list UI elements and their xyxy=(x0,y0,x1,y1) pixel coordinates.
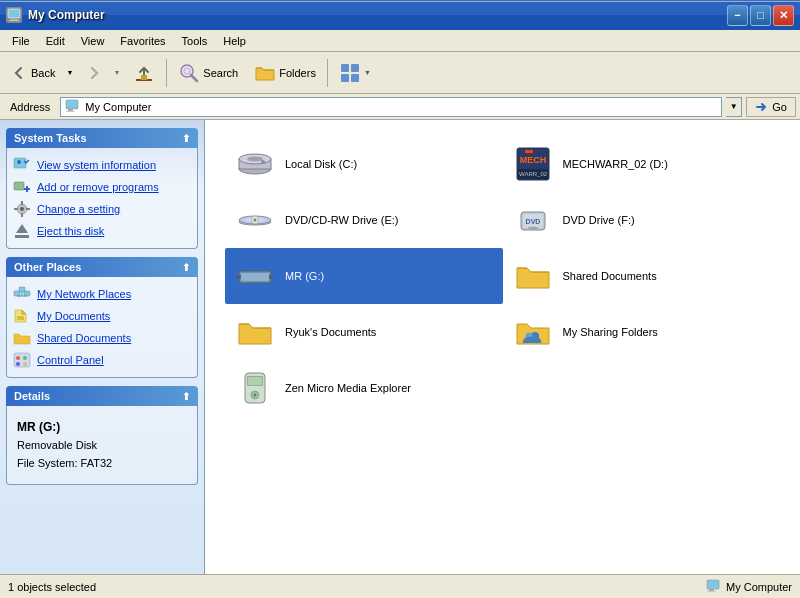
menubar: FileEditViewFavoritesToolsHelp xyxy=(0,30,800,52)
menu-item-help[interactable]: Help xyxy=(215,33,254,49)
details-name: MR (G:) xyxy=(17,418,187,437)
statusbar: 1 objects selected My Computer xyxy=(0,574,800,598)
usb-icon xyxy=(235,256,275,296)
forward-group: ▼ xyxy=(79,56,124,90)
file-item-my-sharing-folders[interactable]: My Sharing Folders xyxy=(503,304,781,360)
svg-point-43 xyxy=(261,160,265,164)
back-button[interactable]: Back xyxy=(4,56,62,90)
sidebar-item-my-network-places[interactable]: My Network Places xyxy=(11,283,193,305)
address-value: My Computer xyxy=(85,101,151,113)
file-label-ryuks-docs: Ryuk's Documents xyxy=(285,326,376,338)
svg-rect-10 xyxy=(341,74,349,82)
file-item-zen-media[interactable]: Zen Micro Media Explorer xyxy=(225,360,503,416)
other-places-collapse[interactable]: ⬆ xyxy=(182,262,190,273)
sidebar-item-change-setting[interactable]: Change a setting xyxy=(11,198,193,220)
titlebar-left: My Computer xyxy=(6,7,105,23)
menu-item-tools[interactable]: Tools xyxy=(174,33,216,49)
file-item-dvd-f[interactable]: DVD DVD Drive (F:) xyxy=(503,192,781,248)
svg-rect-61 xyxy=(269,275,273,279)
toolbar: Back ▼ ▼ xyxy=(0,52,800,94)
separator-2 xyxy=(327,59,328,87)
statusbar-right: My Computer xyxy=(706,579,792,595)
svg-rect-12 xyxy=(66,100,78,109)
menu-item-file[interactable]: File xyxy=(4,33,38,49)
sidebar-item-my-documents[interactable]: My Documents xyxy=(11,305,193,327)
svg-rect-0 xyxy=(8,9,20,18)
views-icon xyxy=(339,62,361,84)
cdrw-icon xyxy=(235,200,275,240)
file-item-local-disk-c[interactable]: Local Disk (C:) xyxy=(225,136,503,192)
details-section: Details ⬆ MR (G:) Removable Disk File Sy… xyxy=(6,386,198,485)
folders-button[interactable]: Folders xyxy=(247,56,323,90)
svg-point-38 xyxy=(23,362,27,366)
close-button[interactable]: ✕ xyxy=(773,5,794,26)
menu-item-edit[interactable]: Edit xyxy=(38,33,73,49)
svg-rect-22 xyxy=(21,201,23,205)
svg-point-21 xyxy=(20,207,24,211)
statusbar-right-text: My Computer xyxy=(726,581,792,593)
svg-rect-60 xyxy=(237,275,241,279)
address-computer-icon xyxy=(65,99,81,115)
statusbar-computer-icon xyxy=(706,579,722,595)
system-tasks-collapse[interactable]: ⬆ xyxy=(182,133,190,144)
sidebar-item-eject-disk[interactable]: Eject this disk xyxy=(11,220,193,242)
search-button[interactable]: Search xyxy=(171,56,245,90)
maximize-button[interactable]: □ xyxy=(750,5,771,26)
file-label-local-disk-c: Local Disk (C:) xyxy=(285,158,357,170)
go-button[interactable]: Go xyxy=(746,97,796,117)
svg-rect-49 xyxy=(525,150,533,153)
svg-point-42 xyxy=(247,157,263,162)
sidebar-item-shared-documents[interactable]: Shared Documents xyxy=(11,327,193,349)
folders-icon xyxy=(254,62,276,84)
file-label-my-sharing-folders: My Sharing Folders xyxy=(563,326,658,338)
file-item-mechwarr-d[interactable]: MECH WARR_02 MECHWARR_02 (D:) xyxy=(503,136,781,192)
system-tasks-content: View system information Add or remove pr… xyxy=(6,148,198,249)
svg-text:DVD: DVD xyxy=(525,218,540,225)
folder-sharing-icon xyxy=(513,312,553,352)
file-item-dvdcdrw-e[interactable]: DVD/CD-RW Drive (E:) xyxy=(225,192,503,248)
back-dropdown[interactable]: ▼ xyxy=(63,56,77,90)
forward-button[interactable] xyxy=(79,56,109,90)
svg-point-36 xyxy=(23,356,27,360)
go-label: Go xyxy=(772,101,787,113)
file-item-mr-g[interactable]: MR (G:) xyxy=(225,248,503,304)
svg-point-35 xyxy=(16,356,20,360)
menu-item-favorites[interactable]: Favorites xyxy=(112,33,173,49)
file-label-mechwarr-d: MECHWARR_02 (D:) xyxy=(563,158,668,170)
views-button[interactable]: ▼ xyxy=(332,56,378,90)
sidebar-item-add-remove-programs[interactable]: Add or remove programs xyxy=(11,176,193,198)
file-label-dvdcdrw-e: DVD/CD-RW Drive (E:) xyxy=(285,214,398,226)
file-item-shared-docs[interactable]: Shared Documents xyxy=(503,248,781,304)
sidebar-item-view-system-info[interactable]: View system information xyxy=(11,154,193,176)
forward-dropdown-icon: ▼ xyxy=(113,69,120,76)
programs-icon xyxy=(13,178,31,196)
search-label: Search xyxy=(203,67,238,79)
address-field[interactable]: My Computer xyxy=(60,97,722,117)
left-panel: System Tasks ⬆ View system information xyxy=(0,120,205,574)
details-filesystem: File System: FAT32 xyxy=(17,455,187,473)
svg-rect-8 xyxy=(341,64,349,72)
file-item-ryuks-docs[interactable]: Ryuk's Documents xyxy=(225,304,503,360)
up-button[interactable] xyxy=(126,56,162,90)
folder-user-icon xyxy=(235,312,275,352)
svg-rect-26 xyxy=(15,235,29,238)
control-panel-icon xyxy=(13,351,31,369)
file-label-shared-docs: Shared Documents xyxy=(563,270,657,282)
svg-point-68 xyxy=(254,394,257,397)
address-dropdown[interactable]: ▼ xyxy=(726,97,742,117)
forward-arrow-icon xyxy=(86,65,102,81)
back-dropdown-icon: ▼ xyxy=(66,69,73,76)
minimize-button[interactable]: − xyxy=(727,5,748,26)
svg-rect-71 xyxy=(707,591,716,592)
details-header: Details ⬆ xyxy=(6,386,198,406)
other-places-header: Other Places ⬆ xyxy=(6,257,198,277)
my-documents-icon xyxy=(13,307,31,325)
titlebar: My Computer − □ ✕ xyxy=(0,0,800,30)
forward-dropdown[interactable]: ▼ xyxy=(110,56,124,90)
sidebar-item-control-panel[interactable]: Control Panel xyxy=(11,349,193,371)
network-icon xyxy=(13,285,31,303)
other-places-content: My Network Places My Documents Shar xyxy=(6,277,198,378)
details-collapse[interactable]: ⬆ xyxy=(182,391,190,402)
addressbar: Address My Computer ▼ Go xyxy=(0,94,800,120)
menu-item-view[interactable]: View xyxy=(73,33,113,49)
